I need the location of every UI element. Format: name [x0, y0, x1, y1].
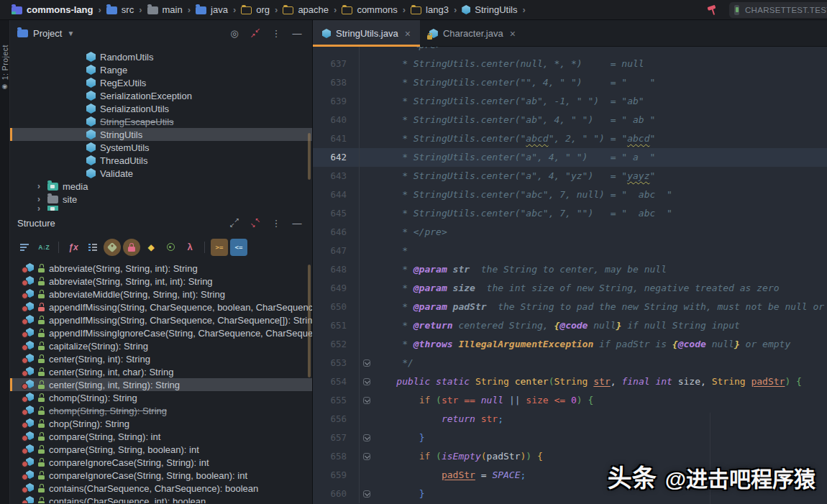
structure-item[interactable]: center(String, int, char): String [10, 365, 312, 378]
chevron-right-icon[interactable]: › [37, 206, 43, 211]
breadcrumb-item[interactable]: commons [342, 4, 397, 15]
editor-line[interactable]: 647 * [313, 242, 827, 260]
fold-marker-icon[interactable] [363, 359, 370, 367]
editor-line[interactable]: 651 * @return centered String, {@code nu… [313, 316, 827, 335]
structure-item[interactable]: capitalize(String): String [10, 339, 312, 352]
project-tree-item[interactable]: ›media [10, 180, 312, 193]
editor-tab[interactable]: Character.java× [420, 20, 525, 47]
close-tab-icon[interactable]: × [405, 28, 411, 40]
structure-item[interactable]: compare(String, String): int [10, 430, 312, 443]
collapse-all-icon[interactable]: ↙↗ [247, 25, 263, 41]
editor-line[interactable]: 652 * @throws IllegalArgumentException i… [313, 335, 827, 354]
show-tags-icon[interactable] [104, 239, 121, 256]
structure-item[interactable]: compare(String, String, boolean): int [10, 443, 312, 456]
breadcrumb-item[interactable]: main [147, 4, 183, 15]
project-tree-item[interactable]: StringUtils [10, 128, 312, 141]
editor-line[interactable]: 646 * </pre> [313, 223, 827, 242]
structure-item[interactable]: compareIgnoreCase(String, String, boolea… [10, 469, 312, 482]
editor-line[interactable]: 655 if (str == null || size <= 0) { [313, 391, 827, 410]
project-tree-item[interactable]: SystemUtils [10, 141, 312, 154]
show-non-public-icon[interactable]: ◆ [142, 239, 160, 256]
structure-item[interactable]: appendIfMissing(String, CharSequence, bo… [10, 301, 312, 313]
sort-alphabetically-icon[interactable]: A↓Z [35, 239, 52, 256]
editor-tab[interactable]: StringUtils.java× [313, 20, 420, 47]
project-stripe-button[interactable]: 1: Project ◉ [0, 45, 10, 90]
breadcrumb-item[interactable]: org [241, 4, 270, 15]
structure-item[interactable]: contains(CharSequence, CharSequence): bo… [10, 482, 312, 495]
fold-marker-icon[interactable] [363, 378, 370, 385]
project-tree-item[interactable]: Range [10, 63, 312, 76]
project-tree-item[interactable]: RandomUtils [10, 50, 312, 63]
hide-panel-icon[interactable]: — [289, 25, 305, 41]
collapse-all-icon[interactable]: ↖↘ [247, 215, 263, 231]
editor-line[interactable]: * <pre> [313, 47, 827, 55]
editor-line[interactable]: 648 * @param str the String to center, m… [313, 260, 827, 279]
editor-line[interactable]: 641 * StringUtils.center("abcd", 2, " ")… [313, 129, 827, 148]
project-tree-item[interactable]: SerializationUtils [10, 102, 312, 115]
show-lambdas-icon[interactable]: λ [181, 239, 198, 256]
breadcrumb-item[interactable]: src [106, 4, 134, 15]
structure-item[interactable]: compareIgnoreCase(String, String): int [10, 456, 312, 469]
editor-line[interactable]: 638 * StringUtils.center("", 4, " ") = "… [313, 73, 827, 92]
project-tree-item[interactable]: ThreadUtils [10, 154, 312, 167]
fold-marker-icon[interactable] [363, 434, 370, 441]
editor-line[interactable]: 654 public static String center(String s… [313, 372, 827, 391]
structure-item[interactable]: abbreviateMiddle(String, String, int): S… [10, 288, 312, 301]
structure-item[interactable]: appendIfMissing(String, CharSequence, Ch… [10, 313, 312, 326]
show-locks-icon[interactable] [123, 239, 140, 256]
show-properties-icon[interactable]: ƒx [65, 239, 82, 256]
show-inherited-icon[interactable] [162, 239, 179, 256]
structure-item[interactable]: abbreviate(String, String, int, int): St… [10, 275, 312, 288]
breadcrumb-item[interactable]: commons-lang [12, 4, 93, 15]
breadcrumb-item[interactable]: StringUtils [462, 4, 517, 15]
structure-scrollbar-thumb[interactable] [308, 265, 311, 377]
editor-line[interactable]: 656 return str; [313, 410, 827, 429]
structure-item[interactable]: chomp(String): String [10, 391, 312, 404]
structure-item[interactable]: chomp(String, String): String [10, 404, 312, 417]
editor-line[interactable]: 643 * StringUtils.center("a", 4, "yz") =… [313, 167, 827, 185]
structure-item[interactable]: abbreviate(String, String, int): String [10, 262, 312, 275]
breadcrumb-item[interactable]: apache [283, 4, 329, 15]
editor-line[interactable]: 650 * @param padStr the String to pad th… [313, 298, 827, 316]
chevron-down-icon[interactable]: ▼ [67, 29, 74, 37]
show-fields-icon[interactable] [84, 239, 101, 256]
fold-marker-icon[interactable] [363, 490, 370, 498]
sort-by-visibility-icon[interactable] [16, 239, 33, 256]
editor-line[interactable]: 642 * StringUtils.center("a", 4, " ") = … [313, 148, 827, 167]
project-tree-item[interactable]: StringEscapeUtils [10, 115, 312, 128]
project-scrollbar-thumb[interactable] [308, 133, 311, 180]
editor-line[interactable]: 640 * StringUtils.center("ab", 4, " ") =… [313, 111, 827, 129]
editor-line[interactable]: 645 * StringUtils.center("abc", 7, "") =… [313, 204, 827, 223]
fold-marker-icon[interactable] [363, 453, 370, 460]
run-configuration-chip[interactable]: CHARSETTEST.TEST [729, 2, 827, 18]
project-tree-item[interactable]: Validate [10, 167, 312, 180]
project-tree-item[interactable]: SerializationException [10, 89, 312, 102]
editor-line[interactable]: 637 * StringUtils.center(null, *, *) = n… [313, 55, 827, 73]
locate-file-icon[interactable]: ◎ [227, 25, 242, 41]
structure-item[interactable]: center(String, int): String [10, 352, 312, 365]
build-hammer-icon[interactable] [705, 3, 720, 17]
chevron-right-icon[interactable]: › [37, 194, 43, 204]
project-tree-item[interactable]: › [10, 206, 312, 211]
breadcrumb-item[interactable]: java [196, 4, 228, 15]
expand-all-icon[interactable]: ↗↙ [227, 215, 242, 231]
structure-item[interactable]: contains(CharSequence, int): boolean [10, 495, 312, 503]
chevron-right-icon[interactable]: › [37, 181, 43, 191]
more-options-icon[interactable]: ⋮ [268, 25, 284, 41]
hide-panel-icon[interactable]: — [289, 215, 305, 231]
breadcrumb-item[interactable]: lang3 [411, 4, 449, 15]
editor-line[interactable]: 649 * @param size the int size of new St… [313, 279, 827, 298]
editor-line[interactable]: 644 * StringUtils.center("abc", 7, null)… [313, 185, 827, 204]
more-options-icon[interactable]: ⋮ [268, 215, 284, 231]
close-tab-icon[interactable]: × [510, 28, 516, 40]
editor-line[interactable]: 653 */ [313, 354, 827, 372]
group-methods-icon[interactable]: >= [211, 239, 228, 256]
project-tree-item[interactable]: ›site [10, 193, 312, 206]
show-anonymous-icon[interactable]: <= [230, 239, 247, 256]
code-editor[interactable]: * <pre> 637 * StringUtils.center(null, *… [313, 47, 827, 504]
editor-line[interactable]: 657 } [313, 429, 827, 447]
editor-line[interactable]: 639 * StringUtils.center("ab", -1, " ") … [313, 92, 827, 111]
structure-item[interactable]: appendIfMissingIgnoreCase(String, CharSe… [10, 326, 312, 339]
project-tree-item[interactable]: RegExUtils [10, 76, 312, 89]
structure-item[interactable]: center(String, int, String): String [10, 378, 312, 391]
